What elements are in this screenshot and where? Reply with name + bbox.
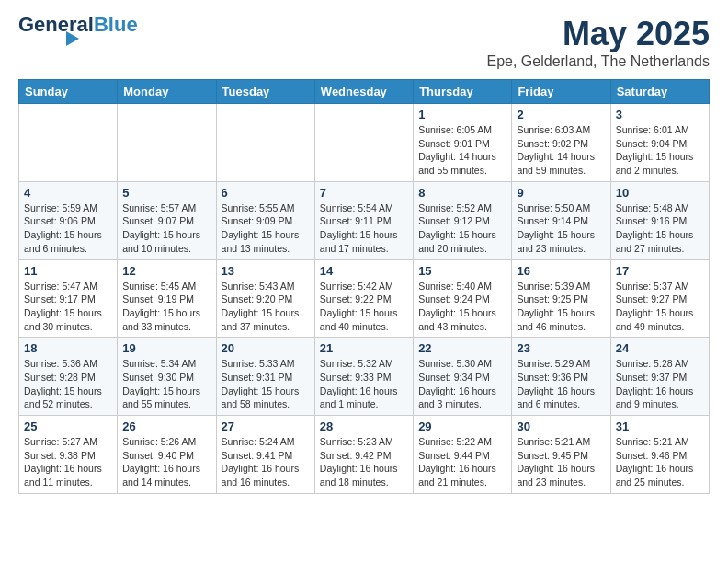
day-cell-9: 9Sunrise: 5:50 AMSunset: 9:14 PMDaylight… (512, 181, 610, 259)
day-number: 31 (616, 419, 704, 433)
week-row-3: 11Sunrise: 5:47 AMSunset: 9:17 PMDayligh… (19, 259, 710, 338)
day-info: Sunrise: 5:54 AMSunset: 9:11 PMDaylight:… (320, 201, 408, 256)
day-cell-8: 8Sunrise: 5:52 AMSunset: 9:12 PMDaylight… (414, 181, 512, 259)
day-number: 5 (122, 186, 210, 200)
day-number: 3 (616, 108, 704, 121)
day-info: Sunrise: 6:03 AMSunset: 9:02 PMDaylight:… (517, 123, 605, 178)
week-row-1: 1Sunrise: 6:05 AMSunset: 9:01 PMDaylight… (19, 104, 710, 182)
day-number: 24 (616, 341, 704, 355)
calendar-table: SundayMondayTuesdayWednesdayThursdayFrid… (18, 79, 710, 494)
day-cell-31: 31Sunrise: 5:21 AMSunset: 9:46 PMDayligh… (610, 416, 709, 494)
day-number: 14 (320, 264, 408, 278)
day-number: 2 (517, 108, 605, 121)
logo-part2: Blue (94, 13, 138, 36)
day-cell-23: 23Sunrise: 5:29 AMSunset: 9:36 PMDayligh… (512, 338, 610, 416)
day-number: 27 (222, 419, 310, 433)
weekday-header-sunday: Sunday (19, 80, 118, 104)
day-info: Sunrise: 5:42 AMSunset: 9:22 PMDaylight:… (320, 280, 408, 334)
day-info: Sunrise: 5:45 AMSunset: 9:19 PMDaylight:… (122, 280, 210, 334)
day-number: 29 (418, 419, 506, 433)
empty-cell (314, 104, 413, 182)
weekday-header-friday: Friday (512, 80, 610, 104)
weekday-header-saturday: Saturday (610, 80, 709, 104)
day-cell-20: 20Sunrise: 5:33 AMSunset: 9:31 PMDayligh… (216, 338, 314, 416)
day-cell-1: 1Sunrise: 6:05 AMSunset: 9:01 PMDaylight… (414, 104, 512, 182)
day-info: Sunrise: 5:40 AMSunset: 9:24 PMDaylight:… (418, 280, 506, 334)
day-info: Sunrise: 5:30 AMSunset: 9:34 PMDaylight:… (418, 357, 506, 411)
day-cell-3: 3Sunrise: 6:01 AMSunset: 9:04 PMDaylight… (610, 104, 709, 182)
day-info: Sunrise: 5:22 AMSunset: 9:44 PMDaylight:… (418, 435, 506, 489)
day-info: Sunrise: 5:28 AMSunset: 9:37 PMDaylight:… (616, 357, 704, 411)
day-cell-30: 30Sunrise: 5:21 AMSunset: 9:45 PMDayligh… (512, 416, 610, 494)
day-info: Sunrise: 5:26 AMSunset: 9:40 PMDaylight:… (122, 435, 210, 489)
day-info: Sunrise: 5:39 AMSunset: 9:25 PMDaylight:… (517, 280, 605, 334)
day-info: Sunrise: 5:59 AMSunset: 9:06 PMDaylight:… (24, 201, 112, 256)
day-number: 22 (418, 341, 506, 355)
day-info: Sunrise: 5:52 AMSunset: 9:12 PMDaylight:… (418, 201, 506, 256)
day-cell-25: 25Sunrise: 5:27 AMSunset: 9:38 PMDayligh… (19, 416, 118, 494)
empty-cell (118, 104, 216, 182)
day-cell-2: 2Sunrise: 6:03 AMSunset: 9:02 PMDaylight… (512, 104, 610, 182)
day-cell-14: 14Sunrise: 5:42 AMSunset: 9:22 PMDayligh… (314, 259, 413, 338)
day-cell-17: 17Sunrise: 5:37 AMSunset: 9:27 PMDayligh… (610, 259, 709, 338)
day-cell-7: 7Sunrise: 5:54 AMSunset: 9:11 PMDaylight… (314, 181, 413, 259)
day-info: Sunrise: 5:43 AMSunset: 9:20 PMDaylight:… (222, 280, 310, 334)
day-cell-15: 15Sunrise: 5:40 AMSunset: 9:24 PMDayligh… (414, 259, 512, 338)
logo: GeneralBlue (18, 15, 138, 46)
day-info: Sunrise: 5:34 AMSunset: 9:30 PMDaylight:… (122, 357, 210, 411)
day-info: Sunrise: 5:23 AMSunset: 9:42 PMDaylight:… (320, 435, 408, 489)
day-number: 25 (24, 419, 112, 433)
day-number: 20 (222, 341, 310, 355)
day-info: Sunrise: 5:24 AMSunset: 9:41 PMDaylight:… (222, 435, 310, 489)
week-row-4: 18Sunrise: 5:36 AMSunset: 9:28 PMDayligh… (19, 338, 710, 416)
day-info: Sunrise: 5:50 AMSunset: 9:14 PMDaylight:… (517, 201, 605, 256)
day-cell-4: 4Sunrise: 5:59 AMSunset: 9:06 PMDaylight… (19, 181, 118, 259)
day-cell-24: 24Sunrise: 5:28 AMSunset: 9:37 PMDayligh… (610, 338, 709, 416)
weekday-header-thursday: Thursday (414, 80, 512, 104)
day-info: Sunrise: 5:57 AMSunset: 9:07 PMDaylight:… (122, 201, 210, 256)
day-number: 6 (222, 186, 310, 200)
day-number: 21 (320, 341, 408, 355)
day-info: Sunrise: 5:21 AMSunset: 9:46 PMDaylight:… (616, 435, 704, 489)
day-number: 28 (320, 419, 408, 433)
day-number: 1 (418, 108, 506, 121)
day-number: 19 (122, 341, 210, 355)
day-cell-22: 22Sunrise: 5:30 AMSunset: 9:34 PMDayligh… (414, 338, 512, 416)
day-info: Sunrise: 5:47 AMSunset: 9:17 PMDaylight:… (24, 280, 112, 334)
day-number: 18 (24, 341, 112, 355)
day-number: 17 (616, 264, 704, 278)
day-cell-10: 10Sunrise: 5:48 AMSunset: 9:16 PMDayligh… (610, 181, 709, 259)
day-cell-6: 6Sunrise: 5:55 AMSunset: 9:09 PMDaylight… (216, 181, 314, 259)
day-number: 15 (418, 264, 506, 278)
title-block: May 2025 Epe, Gelderland, The Netherland… (486, 15, 710, 70)
day-cell-26: 26Sunrise: 5:26 AMSunset: 9:40 PMDayligh… (118, 416, 216, 494)
day-number: 4 (24, 186, 112, 200)
logo-arrow (66, 31, 79, 46)
day-number: 10 (616, 186, 704, 200)
day-cell-16: 16Sunrise: 5:39 AMSunset: 9:25 PMDayligh… (512, 259, 610, 338)
location: Epe, Gelderland, The Netherlands (486, 53, 710, 70)
day-info: Sunrise: 5:32 AMSunset: 9:33 PMDaylight:… (320, 357, 408, 411)
page: GeneralBlue May 2025 Epe, Gelderland, Th… (0, 0, 728, 509)
day-cell-13: 13Sunrise: 5:43 AMSunset: 9:20 PMDayligh… (216, 259, 314, 338)
day-number: 9 (517, 186, 605, 200)
day-info: Sunrise: 5:55 AMSunset: 9:09 PMDaylight:… (222, 201, 310, 256)
day-number: 7 (320, 186, 408, 200)
month-title: May 2025 (486, 15, 710, 53)
day-info: Sunrise: 5:27 AMSunset: 9:38 PMDaylight:… (24, 435, 112, 489)
day-info: Sunrise: 6:01 AMSunset: 9:04 PMDaylight:… (616, 123, 704, 178)
day-info: Sunrise: 5:37 AMSunset: 9:27 PMDaylight:… (616, 280, 704, 334)
day-cell-19: 19Sunrise: 5:34 AMSunset: 9:30 PMDayligh… (118, 338, 216, 416)
day-cell-27: 27Sunrise: 5:24 AMSunset: 9:41 PMDayligh… (216, 416, 314, 494)
day-number: 23 (517, 341, 605, 355)
day-cell-11: 11Sunrise: 5:47 AMSunset: 9:17 PMDayligh… (19, 259, 118, 338)
weekday-header-wednesday: Wednesday (314, 80, 413, 104)
day-number: 16 (517, 264, 605, 278)
day-info: Sunrise: 5:36 AMSunset: 9:28 PMDaylight:… (24, 357, 112, 411)
day-info: Sunrise: 5:33 AMSunset: 9:31 PMDaylight:… (222, 357, 310, 411)
empty-cell (19, 104, 118, 182)
week-row-5: 25Sunrise: 5:27 AMSunset: 9:38 PMDayligh… (19, 416, 710, 494)
day-number: 26 (122, 419, 210, 433)
day-cell-28: 28Sunrise: 5:23 AMSunset: 9:42 PMDayligh… (314, 416, 413, 494)
week-row-2: 4Sunrise: 5:59 AMSunset: 9:06 PMDaylight… (19, 181, 710, 259)
